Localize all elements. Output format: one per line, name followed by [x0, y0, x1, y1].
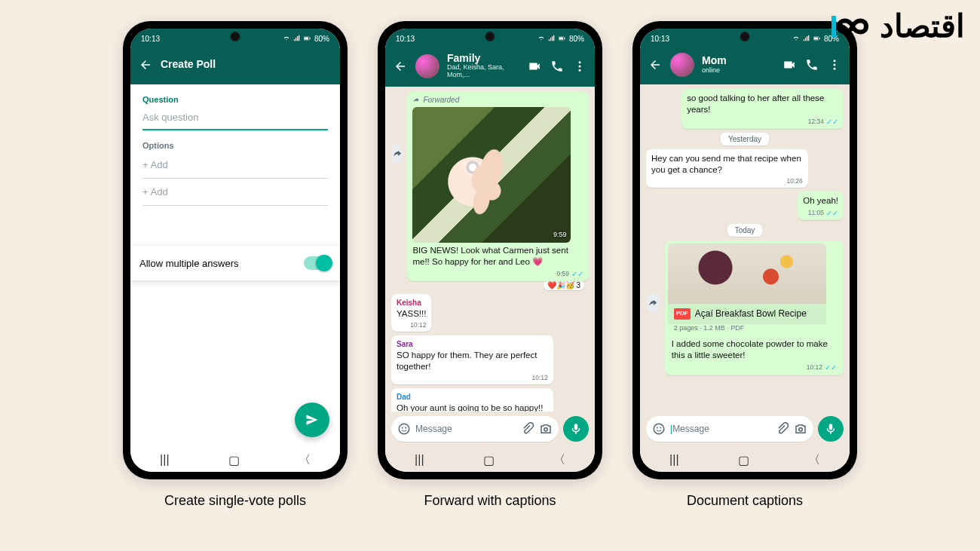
media-image[interactable]: 9:59: [412, 107, 571, 243]
nav-back[interactable]: 〈: [808, 452, 820, 468]
nav-recents[interactable]: |||: [160, 453, 169, 467]
poll-appbar-title: Create Poll: [161, 59, 332, 70]
back-button[interactable]: [138, 57, 153, 72]
msg-time: 10:12: [410, 321, 426, 329]
chat-heading[interactable]: Mom online: [702, 55, 774, 74]
composer: |Message: [640, 412, 850, 448]
battery-percent: 80%: [569, 35, 584, 43]
msg-time: 11:05: [808, 209, 824, 217]
microphone-icon: [824, 422, 838, 436]
composer: Message: [385, 412, 595, 448]
poll-option-input-2[interactable]: + Add: [142, 179, 328, 206]
message-reactions[interactable]: ❤️🎉🥳 3: [544, 280, 584, 290]
back-button[interactable]: [648, 57, 663, 72]
svg-rect-3: [310, 38, 311, 39]
allow-multiple-answers-toggle[interactable]: [304, 256, 331, 270]
status-icons: 80%: [537, 35, 584, 43]
back-arrow-icon: [139, 58, 152, 72]
message-text: Hey can you send me that recipe when you…: [651, 153, 803, 176]
camera-notch: [742, 33, 749, 40]
back-button[interactable]: [393, 59, 408, 74]
msg-time: 10:26: [787, 177, 803, 185]
nav-home[interactable]: ▢: [483, 453, 495, 467]
out-message-2[interactable]: Oh yeah! 11:05✓✓: [798, 191, 844, 220]
contact-avatar[interactable]: [670, 53, 694, 77]
nav-back[interactable]: 〈: [299, 452, 311, 468]
document-row[interactable]: PDF Açaí Breakfast Bowl Recipe: [668, 304, 826, 325]
svg-point-20: [654, 424, 664, 434]
media-timestamp: 9:59: [553, 231, 567, 240]
mic-button[interactable]: [818, 416, 844, 442]
svg-point-7: [579, 61, 581, 63]
more-button[interactable]: [572, 59, 587, 74]
msg-time: 12:34: [808, 118, 824, 126]
svg-rect-6: [565, 38, 565, 39]
send-poll-button[interactable]: [295, 403, 329, 437]
camera-icon[interactable]: [794, 422, 807, 436]
nav-recents[interactable]: |||: [669, 453, 678, 467]
message-keisha[interactable]: Keisha YASS!!! 10:12: [391, 294, 431, 332]
chat-heading[interactable]: Family Dad, Keisha, Sara, Mom,...: [447, 53, 519, 79]
media-caption: BIG NEWS! Look what Carmen just sent me!…: [412, 245, 583, 268]
more-vertical-icon: [828, 58, 841, 72]
allow-multiple-answers-label: Allow multiple answers: [139, 258, 239, 269]
svg-rect-0: [831, 16, 836, 37]
svg-point-18: [834, 64, 836, 66]
document-message[interactable]: PDF Açaí Breakfast Bowl Recipe 2 pages ·…: [665, 240, 844, 375]
svg-point-21: [657, 427, 658, 429]
forward-share-button[interactable]: [646, 293, 660, 313]
in-message-1[interactable]: Hey can you send me that recipe when you…: [646, 149, 808, 188]
emoji-icon[interactable]: [652, 422, 666, 436]
svg-point-22: [660, 427, 661, 429]
svg-rect-5: [559, 38, 563, 40]
svg-point-8: [579, 65, 581, 67]
camera-notch: [487, 33, 494, 40]
poll-option-input-1[interactable]: + Add: [142, 152, 328, 179]
out-message-1[interactable]: so good talking to her after all these y…: [681, 89, 844, 129]
phone-icon: [550, 60, 564, 73]
appbar-poll: Create Poll: [130, 48, 340, 84]
pdf-badge-icon: PDF: [674, 308, 691, 319]
phone-forward: 10:13 80% Family Dad, Keisha: [378, 21, 602, 479]
poll-question-input[interactable]: Ask question: [142, 106, 328, 130]
call-button[interactable]: [550, 59, 565, 74]
videocall-button[interactable]: [782, 57, 797, 72]
more-button[interactable]: [827, 57, 842, 72]
battery-percent: 80%: [314, 35, 329, 43]
chat-body[interactable]: Forwarded 9:59 BIG NEWS! Look what Carme…: [385, 87, 595, 412]
signal-icon: [803, 35, 810, 42]
microphone-icon: [569, 422, 583, 436]
call-button[interactable]: [804, 57, 819, 72]
nav-home[interactable]: ▢: [228, 453, 240, 467]
group-avatar[interactable]: [415, 54, 439, 78]
date-separator-today: Today: [727, 224, 763, 237]
forward-share-icon: [648, 298, 658, 308]
camera-icon[interactable]: [539, 422, 553, 436]
sender-name: Keisha: [397, 298, 426, 308]
nav-home[interactable]: ▢: [738, 453, 749, 467]
nav-recents[interactable]: |||: [415, 453, 424, 467]
forwarded-media-message[interactable]: Forwarded 9:59 BIG NEWS! Look what Carme…: [407, 91, 589, 281]
allow-multiple-answers-card[interactable]: Allow multiple answers: [130, 246, 340, 280]
message-sara[interactable]: Sara SO happy for them. They are perfect…: [391, 335, 553, 384]
message-input[interactable]: |Message: [646, 416, 813, 442]
message-text: Oh your aunt is going to be so happy!! 😊: [397, 403, 548, 412]
forward-share-button[interactable]: [391, 144, 403, 164]
battery-icon: [559, 35, 566, 42]
wifi-icon: [283, 35, 290, 42]
signal-icon: [293, 35, 301, 42]
emoji-icon[interactable]: [397, 422, 411, 436]
message-dad[interactable]: Dad Oh your aunt is going to be so happy…: [391, 388, 553, 412]
phone-poll: 10:13 80% Create Poll Question: [123, 21, 348, 479]
phone-document: 10:13 80% Mom online: [632, 21, 857, 479]
signal-icon: [548, 35, 556, 42]
mic-button[interactable]: [563, 416, 589, 442]
camera-notch: [232, 33, 239, 40]
nav-back[interactable]: 〈: [553, 452, 565, 468]
svg-rect-15: [814, 38, 818, 40]
paperclip-icon[interactable]: [521, 422, 534, 436]
paperclip-icon[interactable]: [776, 422, 789, 436]
chat-body[interactable]: so good talking to her after all these y…: [640, 84, 850, 412]
videocall-button[interactable]: [527, 59, 542, 74]
message-input[interactable]: Message: [391, 416, 559, 442]
